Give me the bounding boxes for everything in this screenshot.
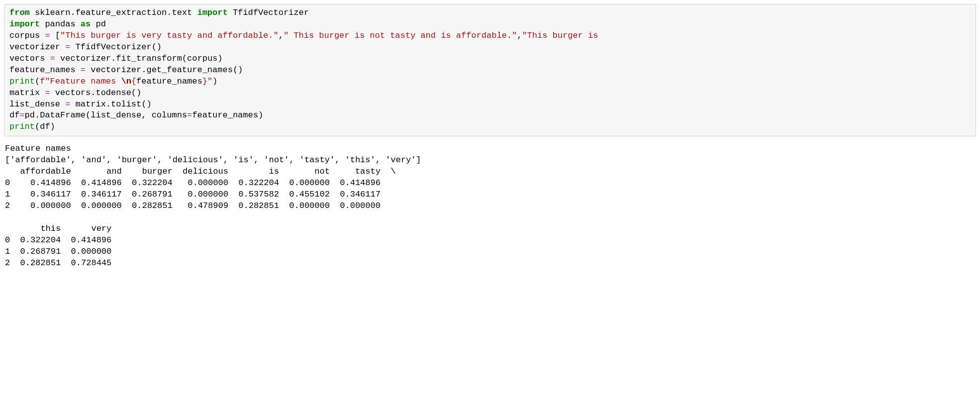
call-expr: TfidfVectorizer() [70, 42, 162, 52]
equals-op: = [50, 54, 55, 63]
call-args: (df) [35, 122, 55, 131]
var-list-dense: list_dense [9, 100, 65, 109]
close-paren: ) [212, 77, 217, 86]
open-paren: ( [35, 77, 40, 86]
call-expr: pd.DataFrame(list_dense, columns [25, 110, 187, 120]
equals-op: = [65, 42, 70, 52]
keyword-import: import [9, 19, 40, 29]
code-line-1: from sklearn.feature_extraction.text imp… [9, 8, 309, 17]
var-df: df [9, 110, 19, 120]
code-line-2: import pandas as pd [9, 19, 106, 29]
call-expr: vectors.todense() [50, 88, 142, 98]
comma: , [279, 31, 284, 40]
string-literal: "This burger is [522, 31, 603, 40]
output-line: 1 0.346117 0.346117 0.268791 0.000000 0.… [5, 190, 396, 199]
comma: , [517, 31, 522, 40]
escape-newline: \n [121, 77, 131, 86]
output-line: 0 0.322204 0.414896 [5, 235, 122, 245]
space [50, 31, 55, 40]
open-bracket: [ [55, 31, 60, 40]
keyword-as: as [81, 19, 91, 29]
module-name: pandas [40, 19, 81, 29]
output-line: ['affordable', 'and', 'burger', 'delicio… [5, 155, 421, 165]
fstring-prefix: f"Feature names [40, 77, 121, 86]
equals-op: = [81, 65, 86, 75]
code-line-3: corpus = ["This burger is very tasty and… [9, 31, 603, 40]
call-expr: vectorizer.fit_transform(corpus) [55, 54, 223, 63]
code-line-10: df=pd.DataFrame(list_dense, columns=feat… [9, 110, 263, 120]
output-line: this very [5, 224, 122, 233]
builtin-print: print [9, 122, 35, 131]
output-cell: Feature names ['affordable', 'and', 'bur… [4, 141, 976, 271]
fstring-expr: feature_names [136, 77, 202, 86]
var-feature-names: feature_names [9, 65, 81, 75]
code-line-7: print(f"Feature names \n{feature_names}"… [9, 77, 217, 86]
alias-name: pd [91, 19, 106, 29]
var-corpus: corpus [9, 31, 45, 40]
arg-expr: feature_names) [192, 110, 263, 120]
code-line-11: print(df) [9, 122, 55, 131]
code-line-4: vectorizer = TfidfVectorizer() [9, 42, 162, 52]
code-line-5: vectors = vectorizer.fit_transform(corpu… [9, 54, 222, 63]
close-brace: } [202, 77, 207, 86]
code-line-8: matrix = vectors.todense() [9, 88, 141, 98]
keyword-from: from [9, 8, 30, 17]
import-object: TfidfVectorizer [228, 8, 309, 17]
equals-op: = [45, 88, 50, 98]
code-line-9: list_dense = matrix.tolist() [9, 100, 152, 109]
equals-op: = [45, 31, 50, 40]
module-path: sklearn.feature_extraction.text [30, 8, 197, 17]
string-literal: "This burger is very tasty and affordabl… [60, 31, 279, 40]
output-line: 2 0.282851 0.728445 [5, 258, 122, 268]
call-expr: matrix.tolist() [70, 100, 151, 109]
close-quote: " [207, 77, 212, 86]
var-matrix: matrix [9, 88, 45, 98]
open-brace: { [131, 77, 136, 86]
code-cell: from sklearn.feature_extraction.text imp… [4, 4, 976, 136]
string-literal: " This burger is not tasty and is afford… [284, 31, 517, 40]
output-line: 0 0.414896 0.414896 0.322204 0.000000 0.… [5, 178, 396, 188]
keyword-import: import [197, 8, 227, 17]
equals-op: = [19, 110, 24, 120]
builtin-print: print [9, 77, 35, 86]
call-expr: vectorizer.get_feature_names() [86, 65, 243, 75]
output-line: Feature names [5, 144, 76, 153]
output-line: 1 0.268791 0.000000 [5, 247, 122, 256]
output-line: 2 0.000000 0.000000 0.282851 0.478909 0.… [5, 201, 396, 210]
var-vectors: vectors [9, 54, 50, 63]
var-vectorizer: vectorizer [9, 42, 65, 52]
output-line: affordable and burger delicious is not t… [5, 167, 396, 176]
code-line-6: feature_names = vectorizer.get_feature_n… [9, 65, 243, 75]
equals-op: = [187, 110, 192, 120]
equals-op: = [65, 100, 70, 109]
